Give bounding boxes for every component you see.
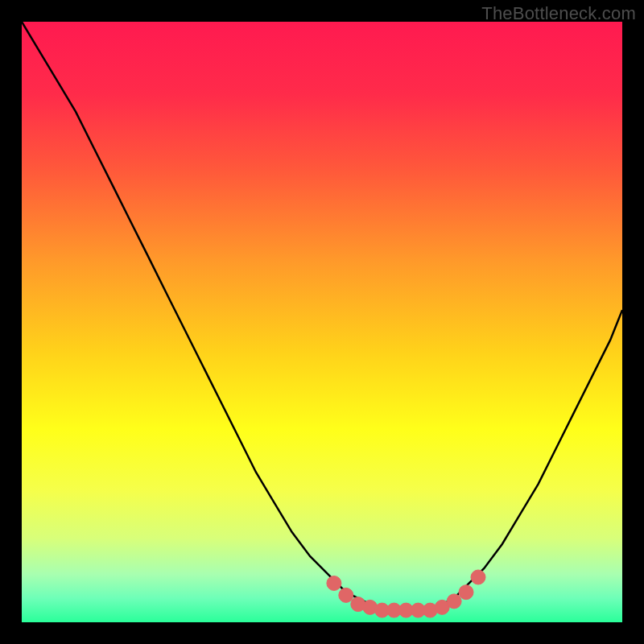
plot-area xyxy=(22,22,622,622)
chart-stage: TheBottleneck.com xyxy=(0,0,644,644)
marker-point xyxy=(327,576,341,591)
marker-point xyxy=(447,594,461,609)
marker-point xyxy=(459,585,473,600)
watermark-text: TheBottleneck.com xyxy=(481,3,636,24)
chart-svg xyxy=(22,22,622,622)
gradient-rect xyxy=(22,22,622,622)
marker-point xyxy=(471,570,485,584)
marker-point xyxy=(339,588,353,602)
